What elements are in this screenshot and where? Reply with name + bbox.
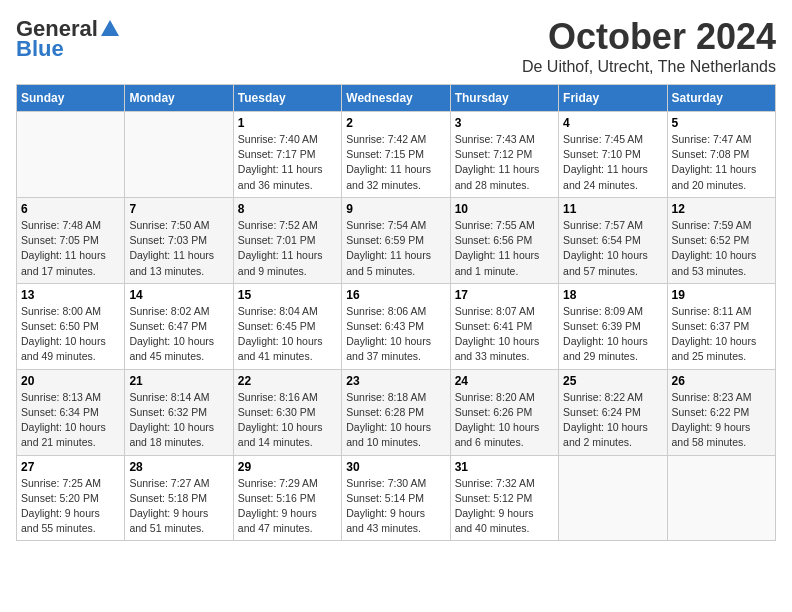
calendar-cell: 17Sunrise: 8:07 AM Sunset: 6:41 PM Dayli… — [450, 283, 558, 369]
day-info: Sunrise: 7:43 AM Sunset: 7:12 PM Dayligh… — [455, 132, 554, 193]
day-number: 19 — [672, 288, 771, 302]
day-number: 18 — [563, 288, 662, 302]
calendar-cell: 25Sunrise: 8:22 AM Sunset: 6:24 PM Dayli… — [559, 369, 667, 455]
day-info: Sunrise: 7:45 AM Sunset: 7:10 PM Dayligh… — [563, 132, 662, 193]
weekday-header-sunday: Sunday — [17, 85, 125, 112]
weekday-header-friday: Friday — [559, 85, 667, 112]
day-number: 5 — [672, 116, 771, 130]
day-number: 22 — [238, 374, 337, 388]
calendar-cell: 4Sunrise: 7:45 AM Sunset: 7:10 PM Daylig… — [559, 112, 667, 198]
calendar-cell: 27Sunrise: 7:25 AM Sunset: 5:20 PM Dayli… — [17, 455, 125, 541]
day-info: Sunrise: 8:14 AM Sunset: 6:32 PM Dayligh… — [129, 390, 228, 451]
day-info: Sunrise: 7:52 AM Sunset: 7:01 PM Dayligh… — [238, 218, 337, 279]
day-info: Sunrise: 8:00 AM Sunset: 6:50 PM Dayligh… — [21, 304, 120, 365]
day-info: Sunrise: 8:06 AM Sunset: 6:43 PM Dayligh… — [346, 304, 445, 365]
day-info: Sunrise: 7:54 AM Sunset: 6:59 PM Dayligh… — [346, 218, 445, 279]
week-row-3: 13Sunrise: 8:00 AM Sunset: 6:50 PM Dayli… — [17, 283, 776, 369]
day-info: Sunrise: 7:55 AM Sunset: 6:56 PM Dayligh… — [455, 218, 554, 279]
day-number: 1 — [238, 116, 337, 130]
calendar-cell — [17, 112, 125, 198]
day-number: 30 — [346, 460, 445, 474]
page-header: General Blue October 2024 De Uithof, Utr… — [16, 16, 776, 76]
day-info: Sunrise: 7:32 AM Sunset: 5:12 PM Dayligh… — [455, 476, 554, 537]
day-number: 10 — [455, 202, 554, 216]
weekday-header-tuesday: Tuesday — [233, 85, 341, 112]
calendar-cell: 19Sunrise: 8:11 AM Sunset: 6:37 PM Dayli… — [667, 283, 775, 369]
calendar-cell: 16Sunrise: 8:06 AM Sunset: 6:43 PM Dayli… — [342, 283, 450, 369]
logo-icon — [99, 18, 121, 40]
calendar-cell: 3Sunrise: 7:43 AM Sunset: 7:12 PM Daylig… — [450, 112, 558, 198]
day-info: Sunrise: 7:40 AM Sunset: 7:17 PM Dayligh… — [238, 132, 337, 193]
day-number: 20 — [21, 374, 120, 388]
day-info: Sunrise: 8:04 AM Sunset: 6:45 PM Dayligh… — [238, 304, 337, 365]
calendar-cell: 31Sunrise: 7:32 AM Sunset: 5:12 PM Dayli… — [450, 455, 558, 541]
day-number: 12 — [672, 202, 771, 216]
day-number: 8 — [238, 202, 337, 216]
day-info: Sunrise: 8:02 AM Sunset: 6:47 PM Dayligh… — [129, 304, 228, 365]
day-number: 4 — [563, 116, 662, 130]
calendar-cell: 30Sunrise: 7:30 AM Sunset: 5:14 PM Dayli… — [342, 455, 450, 541]
day-number: 15 — [238, 288, 337, 302]
day-info: Sunrise: 8:07 AM Sunset: 6:41 PM Dayligh… — [455, 304, 554, 365]
calendar-cell: 13Sunrise: 8:00 AM Sunset: 6:50 PM Dayli… — [17, 283, 125, 369]
day-info: Sunrise: 8:18 AM Sunset: 6:28 PM Dayligh… — [346, 390, 445, 451]
day-number: 6 — [21, 202, 120, 216]
title-area: October 2024 De Uithof, Utrecht, The Net… — [522, 16, 776, 76]
calendar-cell: 15Sunrise: 8:04 AM Sunset: 6:45 PM Dayli… — [233, 283, 341, 369]
day-info: Sunrise: 7:59 AM Sunset: 6:52 PM Dayligh… — [672, 218, 771, 279]
calendar-cell: 7Sunrise: 7:50 AM Sunset: 7:03 PM Daylig… — [125, 197, 233, 283]
calendar-cell: 8Sunrise: 7:52 AM Sunset: 7:01 PM Daylig… — [233, 197, 341, 283]
weekday-header-monday: Monday — [125, 85, 233, 112]
calendar-cell: 2Sunrise: 7:42 AM Sunset: 7:15 PM Daylig… — [342, 112, 450, 198]
weekday-header-row: SundayMondayTuesdayWednesdayThursdayFrid… — [17, 85, 776, 112]
day-info: Sunrise: 7:25 AM Sunset: 5:20 PM Dayligh… — [21, 476, 120, 537]
calendar-cell: 18Sunrise: 8:09 AM Sunset: 6:39 PM Dayli… — [559, 283, 667, 369]
svg-marker-0 — [101, 20, 119, 36]
day-number: 24 — [455, 374, 554, 388]
calendar-cell — [667, 455, 775, 541]
calendar-cell: 24Sunrise: 8:20 AM Sunset: 6:26 PM Dayli… — [450, 369, 558, 455]
weekday-header-thursday: Thursday — [450, 85, 558, 112]
calendar-cell: 1Sunrise: 7:40 AM Sunset: 7:17 PM Daylig… — [233, 112, 341, 198]
day-number: 14 — [129, 288, 228, 302]
calendar-cell: 14Sunrise: 8:02 AM Sunset: 6:47 PM Dayli… — [125, 283, 233, 369]
day-number: 16 — [346, 288, 445, 302]
day-number: 9 — [346, 202, 445, 216]
day-number: 23 — [346, 374, 445, 388]
calendar-cell: 23Sunrise: 8:18 AM Sunset: 6:28 PM Dayli… — [342, 369, 450, 455]
day-info: Sunrise: 8:23 AM Sunset: 6:22 PM Dayligh… — [672, 390, 771, 451]
day-number: 27 — [21, 460, 120, 474]
calendar-cell: 28Sunrise: 7:27 AM Sunset: 5:18 PM Dayli… — [125, 455, 233, 541]
day-number: 13 — [21, 288, 120, 302]
calendar-cell — [125, 112, 233, 198]
calendar-cell: 29Sunrise: 7:29 AM Sunset: 5:16 PM Dayli… — [233, 455, 341, 541]
day-number: 29 — [238, 460, 337, 474]
day-info: Sunrise: 8:09 AM Sunset: 6:39 PM Dayligh… — [563, 304, 662, 365]
day-number: 26 — [672, 374, 771, 388]
day-number: 11 — [563, 202, 662, 216]
week-row-4: 20Sunrise: 8:13 AM Sunset: 6:34 PM Dayli… — [17, 369, 776, 455]
day-number: 3 — [455, 116, 554, 130]
calendar-cell: 6Sunrise: 7:48 AM Sunset: 7:05 PM Daylig… — [17, 197, 125, 283]
day-info: Sunrise: 8:16 AM Sunset: 6:30 PM Dayligh… — [238, 390, 337, 451]
calendar-cell: 21Sunrise: 8:14 AM Sunset: 6:32 PM Dayli… — [125, 369, 233, 455]
day-info: Sunrise: 8:22 AM Sunset: 6:24 PM Dayligh… — [563, 390, 662, 451]
calendar-cell: 10Sunrise: 7:55 AM Sunset: 6:56 PM Dayli… — [450, 197, 558, 283]
day-info: Sunrise: 7:57 AM Sunset: 6:54 PM Dayligh… — [563, 218, 662, 279]
calendar-cell: 22Sunrise: 8:16 AM Sunset: 6:30 PM Dayli… — [233, 369, 341, 455]
week-row-2: 6Sunrise: 7:48 AM Sunset: 7:05 PM Daylig… — [17, 197, 776, 283]
weekday-header-wednesday: Wednesday — [342, 85, 450, 112]
day-info: Sunrise: 7:30 AM Sunset: 5:14 PM Dayligh… — [346, 476, 445, 537]
day-number: 7 — [129, 202, 228, 216]
weekday-header-saturday: Saturday — [667, 85, 775, 112]
day-info: Sunrise: 8:13 AM Sunset: 6:34 PM Dayligh… — [21, 390, 120, 451]
day-info: Sunrise: 7:42 AM Sunset: 7:15 PM Dayligh… — [346, 132, 445, 193]
day-number: 28 — [129, 460, 228, 474]
day-number: 31 — [455, 460, 554, 474]
day-number: 2 — [346, 116, 445, 130]
calendar-cell: 12Sunrise: 7:59 AM Sunset: 6:52 PM Dayli… — [667, 197, 775, 283]
calendar-cell: 9Sunrise: 7:54 AM Sunset: 6:59 PM Daylig… — [342, 197, 450, 283]
day-number: 25 — [563, 374, 662, 388]
day-info: Sunrise: 7:27 AM Sunset: 5:18 PM Dayligh… — [129, 476, 228, 537]
calendar-table: SundayMondayTuesdayWednesdayThursdayFrid… — [16, 84, 776, 541]
